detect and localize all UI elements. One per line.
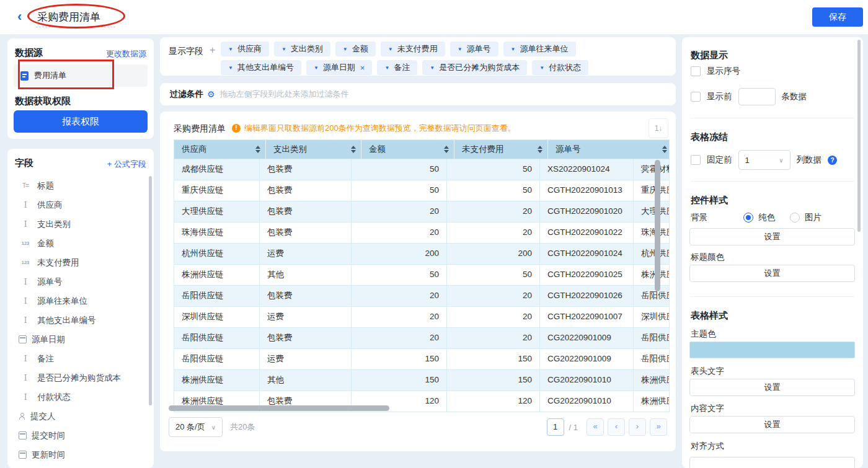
table-cell: 200 <box>447 244 540 264</box>
widget-style-heading: 控件样式 <box>691 195 728 206</box>
table-vertical-scrollbar[interactable] <box>655 160 660 291</box>
table-row[interactable]: 株洲供应链 其他 50 50 CGTH20220901025 株洲供应链 <box>174 264 669 285</box>
page-title[interactable]: 采购费用清单 <box>37 10 100 24</box>
display-field-chip[interactable]: ▼ 未支付费用 <box>381 42 445 56</box>
field-list-item[interactable]: 备注 <box>7 349 154 368</box>
table-row[interactable]: 深圳供应链 运费 20 20 CGTH20220901007 深圳供应链 <box>174 306 669 327</box>
field-list-item[interactable]: 其他支出单编号 <box>7 311 154 330</box>
save-button[interactable]: 保存 <box>812 7 863 27</box>
help-icon[interactable]: ? <box>828 156 837 165</box>
table-row[interactable]: 杭州供应链 运费 200 200 CGTH20220901024 杭州供应链 <box>174 243 669 264</box>
show-index-label: 显示序号 <box>707 66 740 77</box>
display-field-chip[interactable]: ▼ 源单日期 × <box>306 60 373 75</box>
display-field-chip[interactable]: ▼ 是否已分摊为购货成本 <box>422 60 527 75</box>
settings-scrollbar[interactable] <box>857 40 861 232</box>
add-display-field-button[interactable]: + <box>210 45 215 56</box>
field-list-item[interactable]: 金额 <box>7 234 154 253</box>
table-cell: 包装费 <box>260 328 352 348</box>
display-field-chip[interactable]: ▼ 源单往来单位 <box>503 42 576 56</box>
show-index-checkbox[interactable] <box>691 66 701 76</box>
table-cell: 珠海供应链 <box>174 223 260 243</box>
pager-button[interactable]: › <box>629 418 646 436</box>
freeze-columns-checkbox[interactable] <box>691 155 701 165</box>
content-text-set-button[interactable]: 设置 <box>689 416 855 433</box>
chevron-down-icon: ▼ <box>388 46 393 52</box>
pager-button[interactable]: » <box>650 418 667 436</box>
field-list-item[interactable]: 未支付费用 <box>7 253 154 272</box>
display-field-chip[interactable]: ▼ 支出类别 <box>274 42 330 56</box>
table-row[interactable]: 珠海供应链 包装费 20 20 CGTH20220901022 珠海供应链 <box>174 222 669 243</box>
display-field-chip[interactable]: ▼ 源单号 <box>450 42 498 56</box>
row-count-input[interactable] <box>738 88 776 105</box>
table-cell: 大理供应链 <box>634 201 670 222</box>
chevron-down-icon: ▼ <box>281 46 286 52</box>
table-header-cell[interactable]: 未支付费用 <box>454 140 548 159</box>
table-row[interactable]: 岳阳供应链 包装费 20 20 CG20220901009 岳阳供应链 <box>174 327 669 348</box>
field-list-item[interactable]: 更新时间 <box>7 445 154 464</box>
current-page-input[interactable]: 1 <box>547 418 564 436</box>
table-row[interactable]: 株洲供应链 其他 150 150 CG20220901010 株洲供应链 <box>174 369 669 391</box>
table-cell: 20 <box>447 286 540 306</box>
close-icon[interactable]: × <box>360 63 365 73</box>
gear-icon[interactable]: ⚙ <box>207 89 215 99</box>
add-formula-field-link[interactable]: + 公式字段 <box>107 159 146 170</box>
field-list-item[interactable]: 支出类别 <box>7 214 154 234</box>
display-field-chip[interactable]: ▼ 金额 <box>335 42 376 56</box>
field-list-item[interactable]: 源单往来单位 <box>7 291 154 311</box>
fields-scrollbar[interactable] <box>149 176 152 405</box>
header-text-set-button[interactable]: 设置 <box>689 379 855 396</box>
table-header-cell[interactable]: 源单号 <box>548 140 670 159</box>
table-horizontal-scrollbar[interactable] <box>169 405 389 411</box>
field-list-item[interactable]: 源单日期 <box>7 330 154 349</box>
display-field-chip[interactable]: ▼ 备注 <box>377 60 417 75</box>
table-body: 成都供应链 包装费 50 50 XS20220901024 蓂霍材料 重庆供应链… <box>174 159 669 412</box>
datasource-item[interactable]: 费用清单 <box>14 64 148 87</box>
display-field-chip[interactable]: ▼ 付款状态 <box>532 60 588 75</box>
report-permission-button[interactable]: 报表权限 <box>14 110 148 133</box>
back-icon[interactable]: ‹ <box>17 9 22 25</box>
table-header-cell[interactable]: 供应商 <box>174 140 266 159</box>
freeze-count-select[interactable]: 1 ∨ <box>738 150 790 170</box>
table-row[interactable]: 岳阳供应链 包装费 20 20 CGTH20220901026 岳阳供应链 <box>174 285 669 306</box>
table-cell: 运费 <box>260 244 352 264</box>
preview-warning: ! 编辑界面只取数据源前200条作为查询数据预览，完整数据请访问页面查看。 <box>232 123 516 134</box>
divider <box>691 118 854 118</box>
show-first-checkbox[interactable] <box>691 92 701 102</box>
table-header-cell[interactable]: 支出类别 <box>266 140 361 159</box>
field-list-item[interactable]: 付款状态 <box>7 387 154 407</box>
change-datasource-link[interactable]: 更改数据源 <box>106 48 146 60</box>
table-row[interactable]: 成都供应链 包装费 50 50 XS20220901024 蓂霍材料 <box>174 159 669 180</box>
table-title: 采购费用清单 <box>174 123 226 135</box>
chip-label: 支出类别 <box>291 43 323 55</box>
table-sort-button[interactable]: 1↓ <box>649 118 668 138</box>
theme-color-swatch[interactable] <box>689 342 855 358</box>
field-type-icon <box>19 241 32 246</box>
align-select[interactable] <box>689 457 855 468</box>
field-list-item[interactable]: 提交人 <box>7 407 154 426</box>
pager-button[interactable]: ‹ <box>608 418 625 436</box>
image-radio[interactable] <box>790 213 800 223</box>
page-size-select[interactable]: 20 条/页 ∨ <box>169 417 223 437</box>
table-row[interactable]: 重庆供应链 包装费 50 50 CGTH20220901013 重庆供应链 <box>174 180 669 201</box>
table-cell: 20 <box>447 328 540 348</box>
background-set-button[interactable]: 设置 <box>689 228 855 245</box>
field-list-item[interactable]: 源单号 <box>7 272 154 291</box>
field-list-item[interactable]: 提交时间 <box>7 426 154 445</box>
display-field-chip[interactable]: ▼ 供应商 <box>221 42 269 56</box>
field-label: 备注 <box>37 353 54 364</box>
field-list-item[interactable]: 标题 <box>7 176 154 195</box>
table-row[interactable]: 大理供应链 包装费 20 20 CGTH20220901020 大理供应链 <box>174 201 669 222</box>
table-header-cell[interactable]: 金额 <box>361 140 454 159</box>
total-count-label: 共20条 <box>230 422 255 433</box>
table-preview-card: 采购费用清单 ! 编辑界面只取数据源前200条作为查询数据预览，完整数据请访问页… <box>160 112 676 451</box>
field-list-item[interactable]: 是否已分摊为购货成本 <box>7 368 154 387</box>
solid-color-radio[interactable] <box>743 213 753 223</box>
filter-condition-dropzone[interactable]: 过滤条件 ⚙ 拖动左侧字段到此处来添加过滤条件 <box>160 83 676 105</box>
pager-button[interactable]: « <box>587 418 604 436</box>
table-row[interactable]: 岳阳供应链 运费 150 150 CG20220901009 岳阳供应链 <box>174 348 669 369</box>
title-color-set-button[interactable]: 设置 <box>689 265 855 282</box>
display-field-chip[interactable]: ▼ 其他支出单编号 <box>221 60 301 75</box>
field-list-item[interactable]: 供应商 <box>7 195 154 214</box>
field-label: 提交时间 <box>32 430 65 441</box>
table-cell: CGTH20220901007 <box>540 307 634 327</box>
